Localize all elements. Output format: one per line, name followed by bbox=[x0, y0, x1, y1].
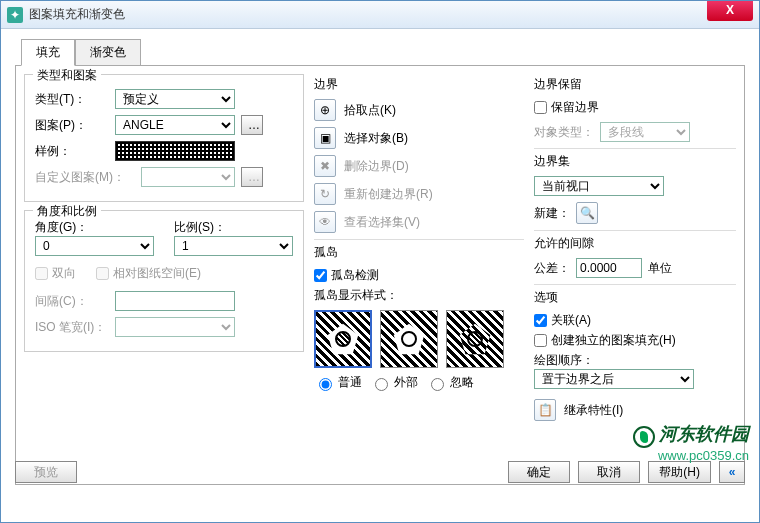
boundary-title: 边界 bbox=[314, 76, 524, 93]
inherit-label: 继承特性(I) bbox=[564, 402, 623, 419]
unit-label: 单位 bbox=[648, 260, 672, 277]
app-icon: ✦ bbox=[7, 7, 23, 23]
view-selection-button: 👁 bbox=[314, 211, 336, 233]
custom-pattern-select bbox=[141, 167, 235, 187]
cancel-button[interactable]: 取消 bbox=[578, 461, 640, 483]
new-label: 新建： bbox=[534, 205, 570, 222]
sample-label: 样例： bbox=[35, 143, 109, 160]
collapse-button[interactable]: « bbox=[719, 461, 745, 483]
keep-boundary-checkbox[interactable] bbox=[534, 101, 547, 114]
help-button[interactable]: 帮助(H) bbox=[648, 461, 711, 483]
custom-browse-button: … bbox=[241, 167, 263, 187]
gap-label: 间隔(C)： bbox=[35, 293, 109, 310]
tab-fill[interactable]: 填充 bbox=[21, 39, 75, 66]
objtype-select: 多段线 bbox=[600, 122, 690, 142]
tolerance-input[interactable] bbox=[576, 258, 642, 278]
tolerance-label: 公差： bbox=[534, 260, 570, 277]
delete-boundary-button: ✖ bbox=[314, 155, 336, 177]
custom-pattern-label: 自定义图案(M)： bbox=[35, 169, 135, 186]
island-style-outer[interactable] bbox=[380, 310, 438, 368]
draw-order-select[interactable]: 置于边界之后 bbox=[534, 369, 694, 389]
tab-gradient[interactable]: 渐变色 bbox=[75, 39, 141, 66]
boundset-title: 边界集 bbox=[534, 153, 736, 170]
pattern-label: 图案(P)： bbox=[35, 117, 109, 134]
ok-button[interactable]: 确定 bbox=[508, 461, 570, 483]
select-object-button[interactable]: ▣ bbox=[314, 127, 336, 149]
inherit-button[interactable]: 📋 bbox=[534, 399, 556, 421]
group-angle-scale: 角度和比例 bbox=[33, 203, 101, 220]
island-title: 孤岛 bbox=[314, 244, 524, 261]
group-type-pattern: 类型和图案 bbox=[33, 67, 101, 84]
island-radio-ignore[interactable] bbox=[431, 378, 444, 391]
iso-label: ISO 笔宽(I)： bbox=[35, 319, 109, 336]
close-button[interactable]: X bbox=[707, 1, 753, 21]
island-detect-checkbox[interactable] bbox=[314, 269, 327, 282]
gap-input bbox=[115, 291, 235, 311]
sample-swatch[interactable] bbox=[115, 141, 235, 161]
angle-select[interactable]: 0 bbox=[35, 236, 154, 256]
recreate-boundary-label: 重新创建边界(R) bbox=[344, 186, 433, 203]
island-style-ignore[interactable] bbox=[446, 310, 504, 368]
pick-point-button[interactable]: ⊕ bbox=[314, 99, 336, 121]
island-radio-normal[interactable] bbox=[319, 378, 332, 391]
boundset-select[interactable]: 当前视口 bbox=[534, 176, 664, 196]
delete-boundary-label: 删除边界(D) bbox=[344, 158, 409, 175]
type-label: 类型(T)： bbox=[35, 91, 109, 108]
pattern-browse-button[interactable]: … bbox=[241, 115, 263, 135]
select-object-label: 选择对象(B) bbox=[344, 130, 408, 147]
island-radio-outer[interactable] bbox=[375, 378, 388, 391]
scale-label: 比例(S)： bbox=[174, 219, 293, 236]
draw-order-label: 绘图顺序： bbox=[534, 352, 736, 369]
new-boundset-button[interactable]: 🔍 bbox=[576, 202, 598, 224]
retain-title: 边界保留 bbox=[534, 76, 736, 93]
bidir-checkbox bbox=[35, 267, 48, 280]
indep-checkbox[interactable] bbox=[534, 334, 547, 347]
gap-title: 允许的间隙 bbox=[534, 235, 736, 252]
type-select[interactable]: 预定义 bbox=[115, 89, 235, 109]
view-selection-label: 查看选择集(V) bbox=[344, 214, 420, 231]
preview-button: 预览 bbox=[15, 461, 77, 483]
iso-select bbox=[115, 317, 235, 337]
island-style-label: 孤岛显示样式： bbox=[314, 287, 524, 304]
recreate-boundary-button: ↻ bbox=[314, 183, 336, 205]
window-title: 图案填充和渐变色 bbox=[29, 6, 753, 23]
objtype-label: 对象类型： bbox=[534, 124, 594, 141]
scale-select[interactable]: 1 bbox=[174, 236, 293, 256]
angle-label: 角度(G)： bbox=[35, 219, 154, 236]
island-style-normal[interactable] bbox=[314, 310, 372, 368]
relpaper-checkbox bbox=[96, 267, 109, 280]
pattern-select[interactable]: ANGLE bbox=[115, 115, 235, 135]
options-title: 选项 bbox=[534, 289, 736, 306]
pick-point-label: 拾取点(K) bbox=[344, 102, 396, 119]
assoc-checkbox[interactable] bbox=[534, 314, 547, 327]
